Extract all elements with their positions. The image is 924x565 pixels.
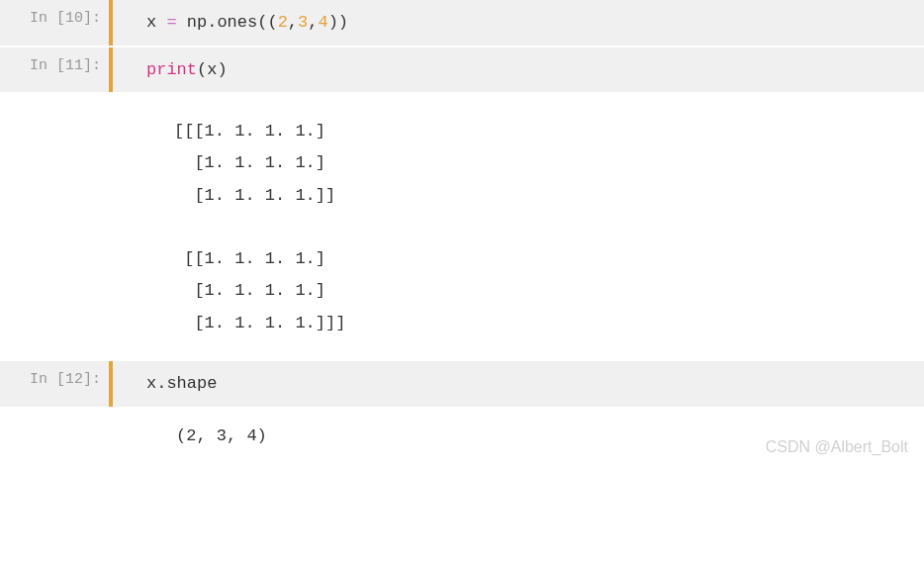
code-input[interactable]: x.shape	[113, 361, 924, 407]
input-prompt: In [12]:	[0, 361, 109, 407]
output-cell-12: (2, 3, 4)	[0, 409, 924, 464]
input-cell-11: In [11]: print(x)	[0, 47, 924, 95]
input-prompt: In [11]:	[0, 47, 109, 93]
code-token: ones	[217, 13, 257, 32]
output-prompt	[0, 409, 109, 464]
prompt-label: In [12]:	[30, 371, 101, 388]
code-token: x	[207, 60, 217, 79]
code-token: print	[146, 60, 197, 79]
output-prompt	[0, 94, 109, 361]
code-token: np	[187, 13, 207, 32]
prompt-label: In [11]:	[30, 57, 101, 74]
input-cell-12: In [12]: x.shape	[0, 361, 924, 409]
input-prompt: In [10]:	[0, 0, 109, 46]
code-input[interactable]: x = np.ones((2,3,4))	[113, 0, 924, 46]
code-token: 3	[298, 13, 308, 32]
prompt-label: In [10]:	[30, 10, 101, 27]
execute-result: (2, 3, 4)	[113, 409, 924, 464]
code-token: .	[156, 374, 166, 393]
code-token: x	[146, 13, 156, 32]
code-input[interactable]: print(x)	[113, 47, 924, 93]
output-cell-11: [[[1. 1. 1. 1.] [1. 1. 1. 1.] [1. 1. 1. …	[0, 94, 924, 361]
code-token: .	[207, 13, 217, 32]
input-cell-10: In [10]: x = np.ones((2,3,4))	[0, 0, 924, 47]
code-token: )	[217, 60, 227, 79]
code-token: ,	[288, 13, 298, 32]
code-token: 2	[278, 13, 288, 32]
code-token: ((	[257, 13, 277, 32]
code-token: ,	[308, 13, 318, 32]
code-token: ))	[328, 13, 348, 32]
stdout-output: [[[1. 1. 1. 1.] [1. 1. 1. 1.] [1. 1. 1. …	[113, 94, 924, 361]
code-token: shape	[166, 374, 217, 393]
code-token: x	[146, 374, 156, 393]
code-token: 4	[318, 13, 327, 32]
code-token: (	[197, 60, 207, 79]
code-token: =	[156, 13, 187, 32]
